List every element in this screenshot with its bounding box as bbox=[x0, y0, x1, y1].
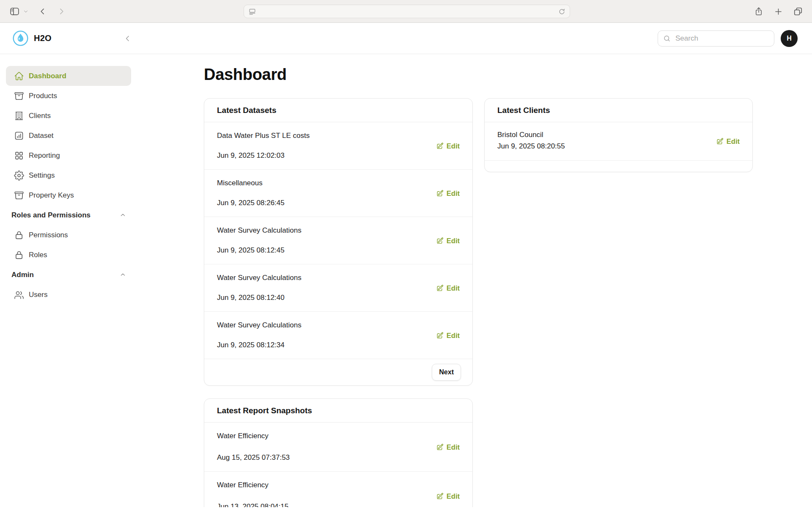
dataset-item: Water Survey Calculations Jun 9, 2025 08… bbox=[204, 312, 472, 359]
chart-square-icon bbox=[14, 131, 24, 141]
brand-name: H2O bbox=[34, 33, 52, 43]
app-header: H2O H bbox=[0, 23, 812, 54]
chevron-up-icon[interactable] bbox=[120, 272, 126, 278]
lock-icon bbox=[14, 230, 24, 240]
sidebar-section-roles-permissions: Roles and Permissions bbox=[6, 205, 131, 225]
sidebar-item-label: Permissions bbox=[29, 231, 68, 239]
dataset-name: Miscellaneous bbox=[217, 179, 460, 187]
snapshot-item: Water Efficiency Jun 13, 2025 08:04:15 E… bbox=[204, 472, 472, 507]
reload-icon[interactable] bbox=[558, 8, 565, 15]
sidebar-item-label: Products bbox=[29, 92, 57, 100]
card-title: Latest Clients bbox=[485, 99, 752, 122]
edit-label: Edit bbox=[447, 492, 460, 500]
sidebar-section-admin: Admin bbox=[6, 265, 131, 285]
edit-button[interactable]: Edit bbox=[436, 189, 460, 197]
building-icon bbox=[14, 111, 24, 121]
gear-icon bbox=[14, 170, 24, 181]
edit-label: Edit bbox=[447, 331, 460, 339]
sidebar-item-reporting[interactable]: Reporting bbox=[6, 146, 131, 165]
section-label: Admin bbox=[11, 271, 34, 279]
page-title: Dashboard bbox=[204, 65, 753, 84]
dataset-item: Data Water Plus ST LE costs Jun 9, 2025 … bbox=[204, 122, 472, 170]
clients-card-footer bbox=[485, 161, 752, 172]
avatar[interactable]: H bbox=[781, 30, 798, 47]
sidebar-item-products[interactable]: Products bbox=[6, 86, 131, 106]
new-tab-icon[interactable] bbox=[774, 7, 783, 16]
search-box[interactable] bbox=[658, 30, 774, 47]
latest-datasets-card: Latest Datasets Data Water Plus ST LE co… bbox=[204, 98, 473, 386]
sidebar-item-label: Reporting bbox=[29, 151, 60, 160]
sidebar-item-label: Dashboard bbox=[29, 72, 66, 80]
card-title: Latest Datasets bbox=[204, 99, 472, 122]
squares-grid-icon bbox=[14, 151, 24, 161]
h2o-drop-logo bbox=[13, 30, 28, 46]
share-icon[interactable] bbox=[754, 7, 763, 16]
client-date: Jun 9, 2025 08:20:55 bbox=[497, 142, 565, 150]
back-icon[interactable] bbox=[38, 7, 47, 16]
client-item: Bristol Council Jun 9, 2025 08:20:55 Edi… bbox=[485, 122, 752, 161]
dataset-date: Jun 9, 2025 12:02:03 bbox=[217, 151, 460, 160]
snapshot-name: Water Efficiency bbox=[217, 481, 460, 489]
reader-icon[interactable] bbox=[248, 8, 256, 16]
sidebar-item-permissions[interactable]: Permissions bbox=[6, 225, 131, 245]
lock-icon bbox=[14, 250, 24, 260]
dataset-item: Water Survey Calculations Jun 9, 2025 08… bbox=[204, 217, 472, 264]
forward-icon[interactable] bbox=[57, 7, 66, 16]
sidebar-item-label: Roles bbox=[29, 251, 47, 259]
dataset-name: Data Water Plus ST LE costs bbox=[217, 132, 460, 140]
chevron-down-icon[interactable] bbox=[23, 9, 28, 14]
section-label: Roles and Permissions bbox=[11, 211, 91, 220]
dataset-date: Jun 9, 2025 08:12:45 bbox=[217, 246, 460, 255]
chevron-up-icon[interactable] bbox=[120, 212, 126, 218]
brand: H2O bbox=[13, 30, 52, 46]
dataset-date: Jun 9, 2025 08:12:34 bbox=[217, 341, 460, 349]
sidebar-item-dataset[interactable]: Dataset bbox=[6, 126, 131, 146]
edit-button[interactable]: Edit bbox=[436, 492, 460, 500]
sidebar-item-settings[interactable]: Settings bbox=[6, 165, 131, 185]
edit-label: Edit bbox=[447, 236, 460, 244]
snapshot-name: Water Efficiency bbox=[217, 432, 460, 440]
snapshot-date: Jun 13, 2025 08:04:15 bbox=[217, 503, 460, 507]
latest-report-snapshots-card: Latest Report Snapshots Water Efficiency… bbox=[204, 398, 473, 507]
users-icon bbox=[14, 290, 24, 300]
sidebar-item-clients[interactable]: Clients bbox=[6, 106, 131, 126]
edit-button[interactable]: Edit bbox=[436, 284, 460, 292]
dataset-date: Jun 9, 2025 08:26:45 bbox=[217, 199, 460, 207]
search-input[interactable] bbox=[675, 34, 769, 43]
dataset-date: Jun 9, 2025 08:12:40 bbox=[217, 294, 460, 302]
edit-button[interactable]: Edit bbox=[716, 137, 740, 146]
edit-label: Edit bbox=[447, 284, 460, 292]
archive-box-icon bbox=[14, 91, 24, 101]
edit-button[interactable]: Edit bbox=[436, 443, 460, 451]
sidebar-item-roles[interactable]: Roles bbox=[6, 245, 131, 265]
edit-button[interactable]: Edit bbox=[436, 331, 460, 339]
edit-label: Edit bbox=[447, 443, 460, 451]
dataset-name: Water Survey Calculations bbox=[217, 226, 460, 235]
dataset-name: Water Survey Calculations bbox=[217, 274, 460, 282]
edit-label: Edit bbox=[447, 189, 460, 197]
sidebar: Dashboard Products Clients Dataset Repor… bbox=[0, 54, 137, 507]
sidebar-item-label: Settings bbox=[29, 171, 55, 180]
edit-button[interactable]: Edit bbox=[436, 236, 460, 244]
edit-button[interactable]: Edit bbox=[436, 142, 460, 150]
sidebar-item-property-keys[interactable]: Property Keys bbox=[6, 185, 131, 205]
home-icon bbox=[14, 71, 24, 81]
address-bar[interactable] bbox=[244, 5, 570, 18]
card-title: Latest Report Snapshots bbox=[204, 399, 472, 423]
tabs-overview-icon[interactable] bbox=[793, 7, 803, 16]
sidebar-collapse-icon[interactable] bbox=[123, 34, 132, 43]
sidebar-item-label: Clients bbox=[29, 112, 51, 120]
main-content: Dashboard Latest Datasets Data Water Plu… bbox=[137, 54, 812, 507]
sidebar-item-users[interactable]: Users bbox=[6, 285, 131, 305]
dataset-name: Water Survey Calculations bbox=[217, 321, 460, 330]
next-button[interactable]: Next bbox=[432, 364, 461, 381]
snapshot-date: Aug 15, 2025 07:37:53 bbox=[217, 453, 460, 462]
sidebar-item-dashboard[interactable]: Dashboard bbox=[6, 66, 131, 86]
sidebar-toggle-icon[interactable] bbox=[9, 6, 20, 16]
sidebar-item-label: Property Keys bbox=[29, 191, 74, 200]
edit-label: Edit bbox=[447, 142, 460, 150]
dataset-item: Water Survey Calculations Jun 9, 2025 08… bbox=[204, 264, 472, 312]
search-icon bbox=[663, 35, 671, 42]
browser-toolbar bbox=[0, 0, 812, 23]
sidebar-item-label: Users bbox=[29, 291, 47, 299]
